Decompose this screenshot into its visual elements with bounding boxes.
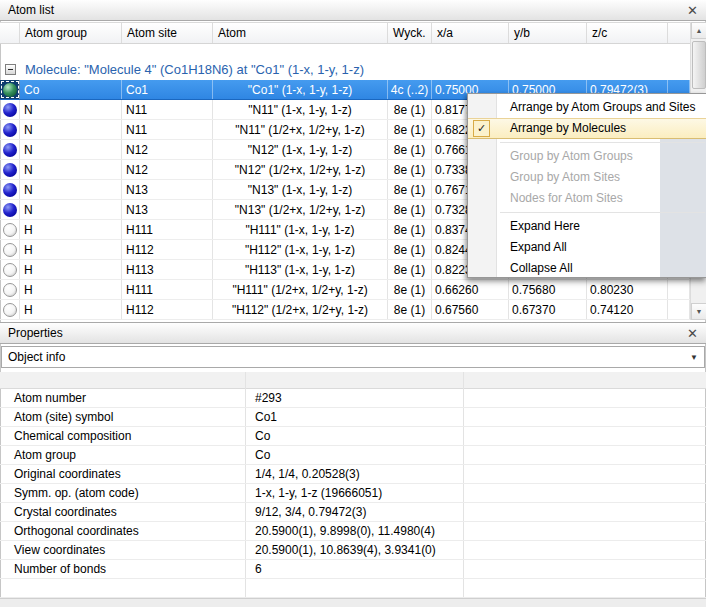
cell-atom-site: H112 bbox=[122, 240, 213, 259]
molecule-group-row[interactable]: Molecule: "Molecule 4" (Co1H18N6) at "Co… bbox=[0, 60, 690, 79]
cell-wyck: 8e (1) bbox=[388, 260, 432, 279]
cell-atom: "N13" (1/2+x, 1/2+y, 1-z) bbox=[213, 200, 388, 219]
cell-wyck: 8e (1) bbox=[388, 240, 432, 259]
cell-wyck: 8e (1) bbox=[388, 120, 432, 139]
cell-atom-group: N bbox=[20, 120, 122, 139]
property-row-empty bbox=[0, 579, 706, 598]
cell-atom-site: H112 bbox=[122, 300, 213, 319]
cell-atom-group: H bbox=[20, 300, 122, 319]
panel-bottom-strip bbox=[0, 598, 706, 607]
properties-title: Properties bbox=[8, 326, 63, 340]
column-header-zc[interactable]: z/c bbox=[587, 23, 668, 43]
property-value: 1/4, 1/4, 0.20528(3) bbox=[245, 467, 463, 481]
collapse-expander-icon[interactable] bbox=[5, 64, 16, 75]
menu-item-expand-here[interactable]: Expand Here bbox=[468, 216, 706, 237]
property-value: Co bbox=[245, 429, 463, 443]
object-info-select[interactable]: Object info ▼ bbox=[1, 346, 705, 368]
cell-atom-site: N12 bbox=[122, 160, 213, 179]
property-label: Atom (site) symbol bbox=[0, 410, 245, 424]
checkmark-icon: ✓ bbox=[473, 120, 490, 137]
close-icon[interactable]: ✕ bbox=[687, 327, 698, 340]
property-value: Co1 bbox=[245, 410, 463, 424]
table-row[interactable]: H H112 "H112" (1/2+x, 1/2+y, 1-z) 8e (1)… bbox=[0, 300, 690, 320]
hydrogen-atom-icon bbox=[0, 280, 20, 299]
menu-item-arrange-by-atom-groups-and-sites[interactable]: Arrange by Atom Groups and Sites bbox=[468, 97, 706, 118]
cell-atom-site: N13 bbox=[122, 180, 213, 199]
column-header-yb[interactable]: y/b bbox=[509, 23, 587, 43]
hydrogen-atom-icon bbox=[0, 260, 20, 279]
scroll-down-icon[interactable]: ▼ bbox=[691, 303, 706, 320]
menu-separator bbox=[500, 212, 705, 213]
property-row[interactable]: Symm. op. (atom code) 1-x, 1-y, 1-z (196… bbox=[0, 484, 706, 503]
property-value: Co bbox=[245, 448, 463, 462]
property-row[interactable]: Chemical composition Co bbox=[0, 427, 706, 446]
context-menu: Arrange by Atom Groups and Sites ✓ Arran… bbox=[467, 93, 706, 278]
column-header-icon[interactable] bbox=[0, 23, 20, 43]
property-row[interactable]: Atom (site) symbol Co1 bbox=[0, 408, 706, 427]
cell-yb: 0.75680 bbox=[509, 280, 587, 299]
cell-atom: "H111" (1/2+x, 1/2+y, 1-z) bbox=[213, 280, 388, 299]
cell-atom: "N11" (1/2+x, 1/2+y, 1-z) bbox=[213, 120, 388, 139]
column-header-atom[interactable]: Atom bbox=[213, 23, 388, 43]
property-label: Atom group bbox=[0, 448, 245, 462]
property-label: Chemical composition bbox=[0, 429, 245, 443]
scroll-up-icon[interactable]: ▲ bbox=[691, 22, 706, 39]
properties-grid: Atom number #293 Atom (site) symbol Co1 … bbox=[0, 389, 706, 598]
atom-list-titlebar: Atom list ✕ bbox=[0, 0, 706, 21]
cell-atom-site: H113 bbox=[122, 260, 213, 279]
close-icon[interactable]: ✕ bbox=[687, 4, 698, 17]
property-row[interactable]: Original coordinates 1/4, 1/4, 0.20528(3… bbox=[0, 465, 706, 484]
menu-item-collapse-all[interactable]: Collapse All bbox=[468, 258, 706, 279]
cell-atom-site: N12 bbox=[122, 140, 213, 159]
property-row[interactable]: Orthogonal coordinates 20.5900(1), 9.899… bbox=[0, 522, 706, 541]
cell-atom: "N12" (1-x, 1-y, 1-z) bbox=[213, 140, 388, 159]
menu-separator bbox=[500, 142, 705, 143]
property-row[interactable]: View coordinates 20.5900(1), 10.8639(4),… bbox=[0, 541, 706, 560]
property-label: Crystal coordinates bbox=[0, 505, 245, 519]
column-header-atom-group[interactable]: Atom group bbox=[20, 23, 122, 43]
dropdown-arrow-icon: ▼ bbox=[690, 353, 698, 362]
table-row[interactable]: H H111 "H111" (1/2+x, 1/2+y, 1-z) 8e (1)… bbox=[0, 280, 690, 300]
cell-wyck: 4c (..2) bbox=[388, 80, 432, 99]
property-label: Orthogonal coordinates bbox=[0, 524, 245, 538]
object-info-value: Object info bbox=[8, 350, 65, 364]
properties-titlebar: Properties ✕ bbox=[0, 322, 706, 344]
cell-atom-group: H bbox=[20, 260, 122, 279]
cell-atom-group: H bbox=[20, 220, 122, 239]
column-header-atom-site[interactable]: Atom site bbox=[122, 23, 213, 43]
cell-atom-group: N bbox=[20, 180, 122, 199]
scrollbar-thumb[interactable] bbox=[692, 41, 706, 89]
cell-zc: 0.80230 bbox=[587, 280, 668, 299]
property-value: 9/12, 3/4, 0.79472(3) bbox=[245, 505, 463, 519]
column-header-filler bbox=[668, 23, 690, 43]
column-header-wyck[interactable]: Wyck. bbox=[388, 23, 432, 43]
property-value: 6 bbox=[245, 562, 463, 576]
molecule-group-label: Molecule: "Molecule 4" (Co1H18N6) at "Co… bbox=[25, 62, 364, 77]
cell-wyck: 8e (1) bbox=[388, 280, 432, 299]
cell-wyck: 8e (1) bbox=[388, 300, 432, 319]
menu-item-group-by-atom-groups: Group by Atom Groups bbox=[468, 146, 706, 167]
cell-xa: 0.66260 bbox=[432, 280, 509, 299]
property-row[interactable]: Number of bonds 6 bbox=[0, 560, 706, 579]
cell-atom: "N12" (1/2+x, 1/2+y, 1-z) bbox=[213, 160, 388, 179]
cell-atom: "H112" (1/2+x, 1/2+y, 1-z) bbox=[213, 300, 388, 319]
cell-atom-group: N bbox=[20, 160, 122, 179]
menu-item-arrange-by-molecules[interactable]: ✓ Arrange by Molecules bbox=[468, 118, 706, 139]
menu-item-expand-all[interactable]: Expand All bbox=[468, 237, 706, 258]
hydrogen-atom-icon bbox=[0, 300, 20, 319]
nitrogen-atom-icon bbox=[0, 200, 20, 219]
property-value: 20.5900(1), 10.8639(4), 3.9341(0) bbox=[245, 543, 463, 557]
cell-atom: "Co1" (1-x, 1-y, 1-z) bbox=[213, 80, 388, 99]
column-header-xa[interactable]: x/a bbox=[432, 23, 509, 43]
property-label: View coordinates bbox=[0, 543, 245, 557]
cell-zc: 0.74120 bbox=[587, 300, 668, 319]
property-row[interactable]: Crystal coordinates 9/12, 3/4, 0.79472(3… bbox=[0, 503, 706, 522]
nitrogen-atom-icon bbox=[0, 180, 20, 199]
properties-grid-header bbox=[0, 372, 706, 389]
cell-atom-group: N bbox=[20, 100, 122, 119]
cell-wyck: 8e (1) bbox=[388, 180, 432, 199]
property-row[interactable]: Atom group Co bbox=[0, 446, 706, 465]
hydrogen-atom-icon bbox=[0, 220, 20, 239]
cell-atom-group: H bbox=[20, 240, 122, 259]
property-row[interactable]: Atom number #293 bbox=[0, 389, 706, 408]
